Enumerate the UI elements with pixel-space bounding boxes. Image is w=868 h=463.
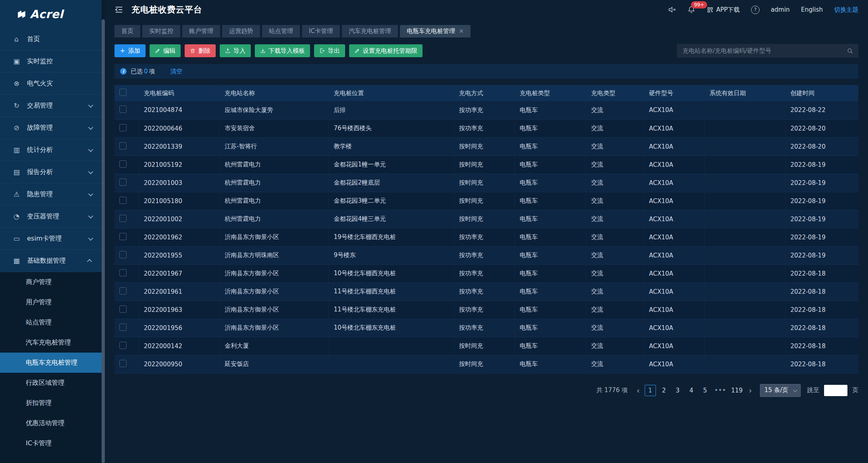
sidebar-item-transaction-mgmt[interactable]: ↻ 交易管理 [0, 95, 102, 117]
tab-home[interactable]: 首页 × [114, 25, 140, 37]
page-number[interactable]: 2 [658, 385, 670, 396]
theme-switch-link[interactable]: 切换主题 [834, 6, 858, 14]
import-button[interactable]: 导入 [220, 44, 251, 57]
row-checkbox[interactable] [119, 342, 127, 349]
row-checkbox[interactable] [119, 142, 127, 149]
sidebar-item-statistics[interactable]: ▥ 统计分析 [0, 139, 102, 161]
add-button[interactable]: 添加 [114, 44, 146, 57]
sidebar-item-hazard-mgmt[interactable]: ⚠ 隐患管理 [0, 183, 102, 206]
page-size-select[interactable]: 15 条/页 [760, 384, 801, 397]
table-row[interactable]: 2022001002 杭州雷霆电力 金都花园4幢三单元 按时间充 电瓶车 交流 … [114, 210, 858, 228]
table-row[interactable]: 2022001339 江苏-智将行 教学楼 按时间充 电瓶车 交流 ACX10A… [114, 137, 858, 156]
sidebar-subitem-merchant-mgmt[interactable]: 商户管理 [0, 272, 102, 292]
page-number[interactable]: 5 [699, 385, 711, 396]
next-page-icon[interactable]: › [747, 386, 754, 394]
tab-ic-card-mgmt[interactable]: IC卡管理 × [302, 25, 340, 37]
page-number[interactable]: 119 [730, 385, 744, 396]
row-checkbox[interactable] [119, 287, 127, 295]
column-header: 系统有效日期 [705, 85, 785, 101]
cell-hardware-model: ACX10A [644, 192, 704, 210]
cell-hardware-model: ACX10A [644, 228, 704, 246]
clear-selection-link[interactable]: 清空 [171, 68, 183, 75]
row-select-cell [114, 228, 139, 246]
row-checkbox[interactable] [119, 251, 127, 258]
scrollbar-thumb[interactable] [102, 19, 105, 463]
sidebar-subitem-user-mgmt[interactable]: 用户管理 [0, 292, 102, 312]
sidebar-subitem-station-mgmt[interactable]: 站点管理 [0, 312, 102, 332]
table-row[interactable]: 2022000646 市安装宿舍 76号楼西楼头 按功率充 电瓶车 交流 ACX… [114, 119, 858, 137]
help-icon[interactable]: ? [751, 6, 760, 14]
search-icon[interactable] [847, 48, 853, 54]
download-template-button[interactable]: 下载导入模板 [255, 44, 310, 57]
sidebar-subitem-admin-region-mgmt[interactable]: 行政区域管理 [0, 373, 102, 393]
app-download-link[interactable]: APP下载 [707, 6, 739, 14]
table-row[interactable]: 2021005192 杭州雷霆电力 金都花园1幢一单元 按时间充 电瓶车 交流 … [114, 156, 858, 174]
page-number[interactable]: 1 [645, 385, 656, 396]
page-number[interactable]: ••• [713, 385, 728, 396]
column-header: 充电桩位置 [329, 85, 454, 101]
search-input[interactable] [682, 47, 843, 55]
select-all-checkbox[interactable] [119, 89, 127, 96]
user-menu[interactable]: admin [771, 6, 790, 13]
sidebar-item-realtime-monitor[interactable]: ▣ 实时监控 [0, 50, 102, 73]
row-checkbox[interactable] [119, 233, 127, 240]
delete-button[interactable]: 删除 [185, 44, 216, 57]
table-row[interactable]: 2022001003 杭州雷霆电力 金都花园2幢底层 按时间充 电瓶车 交流 A… [114, 174, 858, 192]
tab-close-icon[interactable]: × [459, 28, 464, 34]
sidebar-scrollbar[interactable] [102, 0, 105, 463]
jump-suffix-label: 页 [852, 386, 858, 394]
cell-pile-code: 2021004874 [139, 101, 219, 119]
sidebar-item-esim-card-mgmt[interactable]: ▭ esim卡管理 [0, 228, 102, 250]
sidebar-item-electric-fire[interactable]: ⊗ 电气火灾 [0, 73, 102, 95]
page-number[interactable]: 4 [686, 385, 697, 396]
page-number[interactable]: 3 [672, 385, 683, 396]
jump-page-input[interactable] [824, 385, 847, 396]
cell-charge-mode: 按时间充 [454, 337, 514, 355]
sidebar-subitem-ebike-charging-pile-mgmt[interactable]: 电瓶车充电桩管理 [0, 353, 102, 373]
table-row[interactable]: 2022001967 沂南县东方御景小区 10号楼北车棚西充电桩 按功率充 电瓶… [114, 264, 858, 282]
row-checkbox[interactable] [119, 269, 127, 276]
tab-station-mgmt[interactable]: 站点管理 × [262, 25, 300, 37]
tab-realtime-monitor[interactable]: 实时监控 × [142, 25, 180, 37]
table-row[interactable]: 2022001956 沂南县东方御景小区 10号楼北车棚东充电桩 按功率充 电瓶… [114, 319, 858, 337]
cell-created-time: 2022-08-19 [785, 210, 858, 228]
row-checkbox[interactable] [119, 324, 127, 331]
export-button[interactable]: 导出 [314, 44, 345, 57]
row-checkbox[interactable] [119, 215, 127, 222]
sidebar-subitem-promotion-mgmt[interactable]: 优惠活动管理 [0, 413, 102, 433]
table-row[interactable]: 2022001955 沂南县东方明珠南区 9号楼东 按功率充 电瓶车 交流 AC… [114, 246, 858, 264]
sidebar-subitem-ic-card-mgmt[interactable]: IC卡管理 [0, 433, 102, 453]
row-checkbox[interactable] [119, 160, 127, 168]
prev-page-icon[interactable]: ‹ [635, 386, 641, 394]
table-row[interactable]: 2022001962 沂南县东方御景小区 19号楼北车棚西充电桩 按功率充 电瓶… [114, 228, 858, 246]
sidebar-subitem-discount-mgmt[interactable]: 折扣管理 [0, 393, 102, 413]
table-row[interactable]: 2022001963 沂南县东方御景小区 11号楼北车棚东充电桩 按功率充 电瓶… [114, 301, 858, 319]
table-row[interactable]: 2021005180 杭州雷霆电力 金都花园3幢二单元 按时间充 电瓶车 交流 … [114, 192, 858, 210]
edit-button[interactable]: 编辑 [150, 44, 181, 57]
sidebar-item-base-data-mgmt[interactable]: ▦ 基础数据管理 [0, 250, 102, 272]
table-row[interactable]: 2021004874 应城市保险大厦旁 后排 按功率充 电瓶车 交流 ACX10… [114, 101, 858, 119]
language-switch[interactable]: English [801, 6, 823, 13]
set-custody-period-button[interactable]: 设置充电桩托管期限 [349, 44, 423, 57]
table-row[interactable]: 2022000142 金利大厦 按时间充 电瓶车 交流 ACX10A 2022-… [114, 337, 858, 355]
row-checkbox[interactable] [119, 106, 127, 113]
tab-operation-trend[interactable]: 运营趋势 × [222, 25, 260, 37]
sidebar-item-transformer-mgmt[interactable]: ◔ 变压器管理 [0, 206, 102, 228]
sidebar-item-report-analysis[interactable]: ▤ 报告分析 [0, 161, 102, 183]
sidebar-item-home[interactable]: ⌂ 首页 [0, 28, 102, 50]
table-row[interactable]: 2022000950 延安饭店 按时间充 电瓶车 交流 ACX10A 2022-… [114, 355, 858, 373]
sidebar-subitem-car-charging-pile-mgmt[interactable]: 汽车充电桩管理 [0, 332, 102, 353]
row-checkbox[interactable] [119, 124, 127, 131]
sidebar-item-fault-mgmt[interactable]: ⊘ 故障管理 [0, 117, 102, 139]
table-row[interactable]: 2022001961 沂南县东方御景小区 11号楼北车棚西充电桩 按功率充 电瓶… [114, 282, 858, 301]
tab-account-mgmt[interactable]: 账户管理 × [182, 25, 220, 37]
tab-car-charging-pile-mgmt[interactable]: 汽车充电桩管理 × [342, 25, 398, 37]
row-checkbox[interactable] [119, 197, 127, 204]
row-checkbox[interactable] [119, 179, 127, 186]
row-checkbox[interactable] [119, 360, 127, 367]
mute-icon[interactable] [668, 6, 676, 14]
tab-ebike-charging-pile-mgmt[interactable]: 电瓶车充电桩管理 × [400, 25, 471, 37]
collapse-menu-icon[interactable] [114, 6, 123, 14]
row-checkbox[interactable] [119, 305, 127, 313]
notification-bell-icon[interactable]: 99+ [687, 6, 695, 14]
